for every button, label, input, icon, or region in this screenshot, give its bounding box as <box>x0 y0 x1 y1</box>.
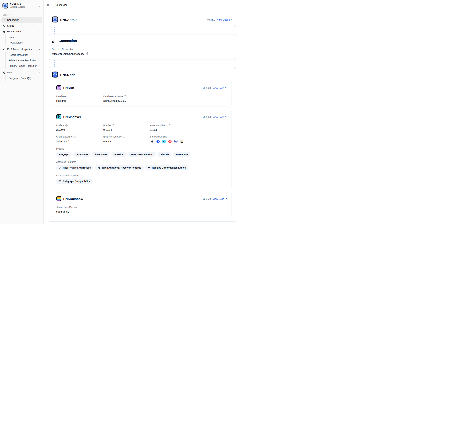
indexed-chains-label: Indexed Chains <box>150 135 167 138</box>
info-icon[interactable] <box>74 206 77 208</box>
sidebar-item-connection[interactable]: Connection <box>1 17 42 23</box>
top-bar: Connection <box>44 0 238 10</box>
sidebar: ENSAdmin Select ENSNode Services Connect… <box>0 0 44 224</box>
ensadmin-logo-icon <box>2 3 8 9</box>
sidebar-item-apis[interactable]: APIs <box>1 70 42 75</box>
copy-icon <box>86 52 89 55</box>
info-icon[interactable] <box>169 124 171 126</box>
plug-zap-icon <box>3 19 6 21</box>
copy-url-button[interactable] <box>86 52 90 55</box>
panel-left-icon <box>47 3 50 6</box>
arbitrum-chain-icon <box>174 140 178 143</box>
linea-chain-icon <box>162 140 166 143</box>
ensdb-view-docs-link[interactable]: View Docs <box>213 87 227 89</box>
ensadmin-view-docs-link[interactable]: View Docs <box>217 18 232 21</box>
app-subtitle: Select ENSNode <box>10 6 37 9</box>
sidebar-item-ens-explorer[interactable]: ENS Explorer <box>1 29 42 34</box>
chevron-down-icon <box>38 71 41 74</box>
field-indexed-chains: Indexed Chains <box>150 135 227 143</box>
threedns-chain-icon <box>168 140 172 143</box>
deactivated-features-label: Deactivated Features <box>56 174 227 177</box>
plugin-pill: threedns <box>111 152 126 157</box>
search-icon <box>59 180 62 183</box>
ensindexer-logo-icon <box>56 114 61 120</box>
sidebar-item-label: Status <box>7 24 41 27</box>
sidebar-section-label: Services <box>1 14 42 16</box>
sidebar-subitem-names[interactable]: Names <box>7 34 42 40</box>
sidebar-app-titles: ENSAdmin Select ENSNode <box>10 3 37 9</box>
ensrainbow-version: v0.36.0 <box>203 198 211 200</box>
apis-submenu: Subgraph (GraphQL) <box>6 75 42 81</box>
sidebar-item-label: Connection <box>7 19 41 21</box>
field-database-schema: Database Schema alphaSchema0.36.0 <box>103 95 150 102</box>
field-server-labelset: Server LabelSet subgraph:0 <box>56 206 227 213</box>
feature-pill-subgraph-compatibility: Subgraph Compatibility <box>56 179 92 184</box>
ensindexer-view-docs-link[interactable]: View Docs <box>213 116 227 118</box>
activity-icon <box>3 24 6 27</box>
ensrainbow-view-docs-link[interactable]: View Docs <box>213 198 227 200</box>
activated-features-list: Heal Reverse Addresses Index Additional … <box>56 165 227 170</box>
plugin-pill: subgraph <box>56 152 72 157</box>
info-icon[interactable] <box>65 124 68 126</box>
plugin-pill: lineanames <box>92 152 110 157</box>
info-icon[interactable] <box>123 135 125 138</box>
plugin-pill: tokenscope <box>173 152 191 157</box>
ens-normalize-label: ens-normalize.js <box>150 124 168 127</box>
info-icon[interactable] <box>112 124 114 126</box>
sidebar-subitem-record-resolution[interactable]: Record Resolution <box>7 52 42 58</box>
app-root: ENSAdmin Select ENSNode Services Connect… <box>0 0 238 224</box>
view-docs-label: View Docs <box>213 116 224 118</box>
ensindexer-card: ENSIndexer v0.36.0 View Docs <box>52 110 232 188</box>
ensrainbow-logo-icon <box>56 196 61 202</box>
ponder-label: Ponder <box>103 124 111 127</box>
selected-connection-label: Selected Connection <box>52 48 232 51</box>
field-ens-namespace: ENS Namespace mainnet <box>103 135 150 143</box>
ensdb-logo-icon <box>56 85 61 91</box>
plugin-pill: protocol-acceleration <box>128 152 156 157</box>
sidebar-toggle-button[interactable] <box>46 3 51 7</box>
feature-label: Heal Reverse Addresses <box>63 166 91 169</box>
ens-mark-icon <box>3 48 6 51</box>
plugins-label: Plugins <box>56 147 227 150</box>
info-icon[interactable] <box>124 95 126 98</box>
ensdb-card: ENSDb v0.36.0 View Docs Database <box>52 81 232 106</box>
sidebar-item-ens-protocol-inspector[interactable]: ENS Protocol Inspector <box>1 46 42 52</box>
server-labelset-value: subgraph:0 <box>56 210 227 213</box>
sidebar-subitem-primary-names-resolution[interactable]: Primary Names Resolution <box>7 63 42 69</box>
feature-label: Replace Unnormalized Labels <box>152 166 186 169</box>
feature-pill-replace-unnormalized-labels: Replace Unnormalized Labels <box>145 165 188 170</box>
breadcrumb: Connection <box>55 4 68 6</box>
plug-zap-icon <box>52 39 57 43</box>
telescope-icon <box>3 30 6 33</box>
replace-icon <box>148 167 151 169</box>
view-docs-label: View Docs <box>213 198 224 200</box>
ensindexer-card-title: ENSIndexer <box>63 115 81 119</box>
chevron-down-icon <box>38 30 41 33</box>
card-connector-line <box>54 27 55 34</box>
sidebar-subitem-registrations[interactable]: Registrations <box>7 40 42 45</box>
ethereum-chain-icon <box>150 140 154 143</box>
sidebar-item-label: APIs <box>7 71 36 74</box>
feature-label: Subgraph Compatibility <box>63 180 90 183</box>
database-schema-label: Database Schema <box>103 95 123 98</box>
external-link-icon <box>229 19 232 21</box>
sidebar-subitem-primary-name-resolution[interactable]: Primary Name Resolution <box>7 58 42 63</box>
ensadmin-card-title: ENSAdmin <box>60 18 78 22</box>
app-title: ENSAdmin <box>10 3 22 6</box>
base-chain-icon <box>156 140 160 143</box>
client-labelset-label: Client LabelSet <box>56 135 73 138</box>
deactivated-features-list: Subgraph Compatibility <box>56 179 227 184</box>
ensadmin-version: v0.36.0 <box>207 18 215 21</box>
info-icon[interactable] <box>74 135 76 138</box>
ensnode-selector[interactable]: ENSAdmin Select ENSNode <box>1 1 42 10</box>
nodejs-label: Node.js <box>56 124 64 127</box>
ponder-value: 0.13.14 <box>103 128 150 131</box>
ensrainbow-card: ENSRainbow v0.36.0 View Docs Server <box>52 192 232 217</box>
connection-card: Connection Selected Connection https://a… <box>48 34 236 60</box>
chevron-down-icon <box>38 48 41 51</box>
sidebar-item-status[interactable]: Status <box>1 23 42 29</box>
feature-pill-index-additional-resolver-records: Index Additional Resolver Records <box>95 165 144 170</box>
field-client-labelset: Client LabelSet subgraph:0 <box>56 135 103 143</box>
view-docs-label: View Docs <box>213 87 224 89</box>
sidebar-subitem-subgraph-graphql[interactable]: Subgraph (GraphQL) <box>7 75 42 81</box>
